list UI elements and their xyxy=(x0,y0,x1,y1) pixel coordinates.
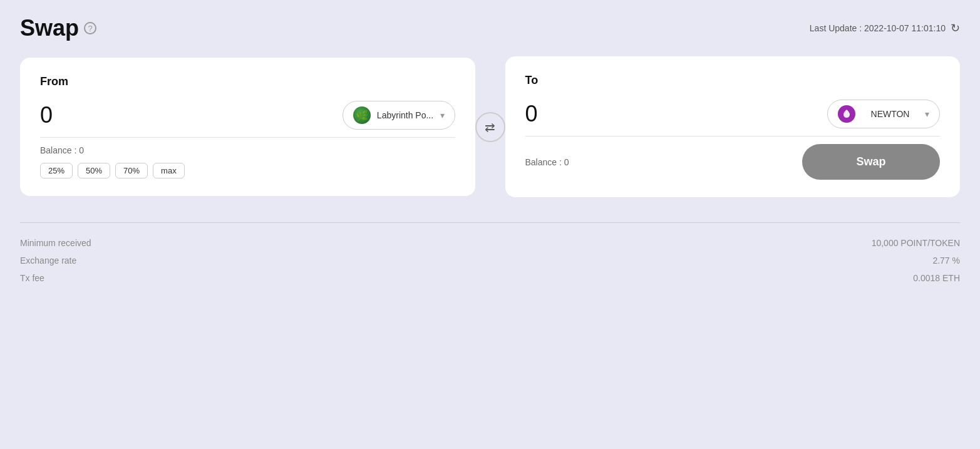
refresh-icon[interactable]: ↻ xyxy=(951,21,960,35)
from-token-row: 0 🌿 Labyrinth Po... ▾ xyxy=(40,101,455,130)
info-section: Minimum received 10,000 POINT/TOKEN Exch… xyxy=(20,222,960,283)
help-icon[interactable]: ? xyxy=(84,22,96,34)
percent-50-button[interactable]: 50% xyxy=(78,163,110,178)
percent-buttons: 25% 50% 70% max xyxy=(40,163,455,178)
swap-button[interactable]: Swap xyxy=(802,144,940,180)
exchange-rate-value: 2.77 % xyxy=(932,255,960,266)
labyrinth-icon: 🌿 xyxy=(353,106,371,124)
tx-fee-value: 0.0018 ETH xyxy=(913,273,960,283)
tx-fee-label: Tx fee xyxy=(20,273,44,283)
minimum-received-label: Minimum received xyxy=(20,238,91,248)
exchange-rate-label: Exchange rate xyxy=(20,255,76,266)
percent-max-button[interactable]: max xyxy=(153,163,185,178)
exchange-rate-row: Exchange rate 2.77 % xyxy=(20,255,960,266)
from-token-name: Labyrinth Po... xyxy=(377,110,433,120)
swap-arrows-icon: ⇄ xyxy=(485,120,495,135)
from-card: From 0 🌿 Labyrinth Po... ▾ Balance : 0 2… xyxy=(20,58,475,196)
minimum-received-value: 10,000 POINT/TOKEN xyxy=(872,238,960,248)
minimum-received-row: Minimum received 10,000 POINT/TOKEN xyxy=(20,238,960,248)
to-label: To xyxy=(525,74,941,87)
tx-fee-row: Tx fee 0.0018 ETH xyxy=(20,273,960,283)
to-bottom-row: Balance : 0 Swap xyxy=(525,144,941,180)
from-amount: 0 xyxy=(40,102,53,128)
to-token-row: 0 NEWTON ▾ xyxy=(525,100,941,128)
percent-25-button[interactable]: 25% xyxy=(40,163,73,178)
from-balance: Balance : 0 xyxy=(40,145,84,155)
to-divider xyxy=(525,136,941,137)
to-amount: 0 xyxy=(525,101,538,127)
last-update-text: Last Update : 2022-10-07 11:01:10 xyxy=(810,23,946,33)
to-token-name: NEWTON xyxy=(871,109,910,119)
swap-container: From 0 🌿 Labyrinth Po... ▾ Balance : 0 2… xyxy=(20,56,960,197)
to-card: To 0 NEWTON ▾ Balance : 0 Swap xyxy=(505,56,961,197)
from-divider xyxy=(40,137,455,138)
to-token-selector[interactable]: NEWTON ▾ xyxy=(827,100,940,128)
from-balance-row: Balance : 0 xyxy=(40,145,455,155)
percent-70-button[interactable]: 70% xyxy=(115,163,148,178)
to-chevron-down-icon: ▾ xyxy=(925,109,929,119)
page-title: Swap xyxy=(20,15,79,41)
swap-direction-button[interactable]: ⇄ xyxy=(475,112,505,142)
page-header: Swap ? Last Update : 2022-10-07 11:01:10… xyxy=(20,15,960,41)
last-update: Last Update : 2022-10-07 11:01:10 ↻ xyxy=(810,21,960,35)
title-container: Swap ? xyxy=(20,15,96,41)
newton-icon xyxy=(838,105,855,123)
from-chevron-down-icon: ▾ xyxy=(440,110,445,120)
from-label: From xyxy=(40,75,455,88)
from-token-selector[interactable]: 🌿 Labyrinth Po... ▾ xyxy=(343,101,455,130)
to-balance: Balance : 0 xyxy=(525,157,569,167)
